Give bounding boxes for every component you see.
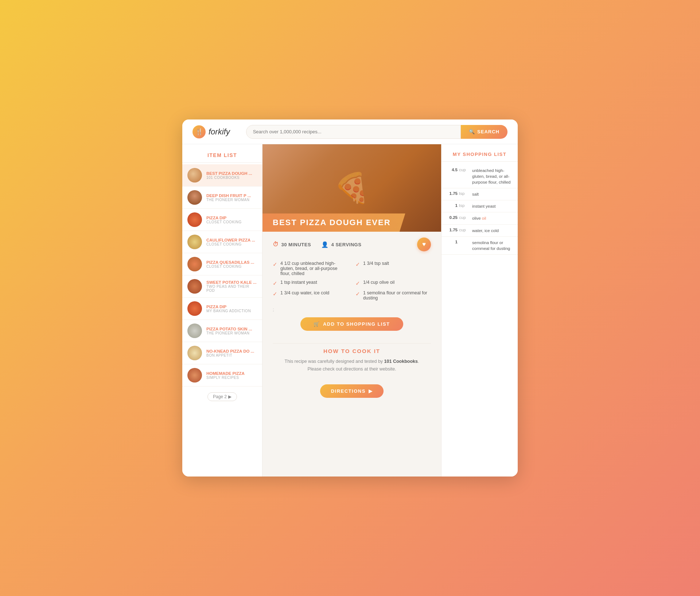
recipe-servings-label: 4 SERVINGS [331, 242, 362, 247]
sidebar-name-5: SWEET POTATO KALE ... [206, 280, 257, 285]
pagination-button[interactable]: Page 2 ▶ [207, 392, 237, 401]
check-icon-2: ✓ [273, 280, 277, 287]
sidebar-item-5[interactable]: SWEET POTATO KALE ... TWO PEAS AND THEIR… [182, 275, 262, 298]
shop-item-4: water, ice cold [472, 228, 514, 234]
ingredient-1: ✓ 1 3/4 tsp salt [355, 261, 431, 276]
heart-icon: ♥ [422, 241, 426, 248]
sidebar-info-0: BEST PIZZA DOUGH ... 101 COOKBOOKS [206, 171, 257, 180]
sidebar-name-6: PIZZA DIP [206, 305, 257, 309]
ingredient-3: ✓ 1/4 cup olive oil [355, 280, 431, 287]
sidebar-item-9[interactable]: HOMEMADE PIZZA SIMPLY RECIPES [182, 364, 262, 387]
pagination: Page 2 ▶ [182, 387, 262, 407]
sidebar-info-3: CAULIFLOWER PIZZA ... CLOSET COOKING [206, 238, 257, 246]
check-icon-3: ✓ [355, 280, 360, 287]
shop-unit-0: cup [459, 168, 472, 172]
shop-unit-3: cup [459, 215, 472, 220]
sidebar-info-1: DEEP DISH FRUIT P ... THE PIONEER WOMAN [206, 193, 257, 202]
search-button[interactable]: 🔍 SEARCH [461, 125, 508, 139]
ingredient-text-1: 1 3/4 tsp salt [363, 261, 389, 266]
shopping-row-3: 0.25 cup olive oil [442, 212, 518, 224]
sidebar-item-1[interactable]: DEEP DISH FRUIT P ... THE PIONEER WOMAN [182, 187, 262, 209]
ingredient-5: ✓ 1 semolina flour or cornmeal for dusti… [355, 290, 431, 301]
directions-arrow-icon: ▶ [369, 388, 373, 394]
sidebar-item-0[interactable]: BEST PIZZA DOUGH ... 101 COOKBOOKS [182, 164, 262, 187]
shopping-panel: MY SHOPPING LIST 4.5 cup unbleached high… [441, 144, 518, 477]
app-container: 🍴 forkify 🔍 SEARCH ITEM LIST BEST PIZZA … [182, 119, 518, 477]
recipe-time-label: 30 MINUTES [281, 242, 311, 247]
directions-button[interactable]: DIRECTIONS ▶ [320, 384, 384, 398]
sidebar-source-3: CLOSET COOKING [206, 242, 257, 246]
shopping-title: MY SHOPPING LIST [442, 144, 518, 162]
recipe-servings: 👤 4 SERVINGS [321, 241, 361, 248]
sidebar-title: ITEM LIST [182, 144, 262, 163]
favorite-button[interactable]: ♥ [417, 238, 431, 251]
note: ; [262, 306, 441, 315]
recipe-meta: ⏱ 30 MINUTES 👤 4 SERVINGS ♥ [262, 232, 441, 257]
shop-item-5: semolina flour or cornmeal for dusting [472, 240, 514, 251]
logo: 🍴 forkify [192, 125, 230, 138]
pagination-arrow-icon: ▶ [228, 394, 232, 399]
sidebar-thumb-2 [187, 212, 202, 227]
search-icon: 🔍 [469, 129, 475, 134]
search-input[interactable] [246, 125, 461, 139]
sidebar-thumb-9 [187, 368, 202, 383]
sidebar-name-1: DEEP DISH FRUIT P ... [206, 193, 257, 198]
check-icon-0: ✓ [273, 261, 277, 268]
shop-unit-2: tsp [459, 203, 472, 208]
sidebar-thumb-6 [187, 301, 202, 316]
shopping-row-5: 1 semolina flour or cornmeal for dusting [442, 237, 518, 255]
sidebar-name-3: CAULIFLOWER PIZZA ... [206, 238, 257, 242]
check-icon-4: ✓ [273, 291, 277, 297]
sidebar-thumb-0 [187, 168, 202, 183]
shopping-list-scroll[interactable]: 4.5 cup unbleached high-gluten, bread, o… [442, 162, 518, 477]
sidebar-source-9: SIMPLY RECIPES [206, 376, 257, 380]
sidebar-item-6[interactable]: PIZZA DIP MY BAKING ADDICTION [182, 298, 262, 320]
shop-unit-4: cup [459, 228, 472, 232]
sidebar-info-7: PIZZA POTATO SKIN ... THE PIONEER WOMAN [206, 327, 257, 335]
sidebar-item-2[interactable]: PIZZA DIP CLOSET COOKING [182, 209, 262, 231]
sidebar-item-8[interactable]: NO-KNEAD PIZZA DO ... BON APPETIT [182, 342, 262, 364]
shop-qty-5: 1 [445, 240, 459, 244]
sidebar-source-6: MY BAKING ADDICTION [206, 309, 257, 313]
how-to-text2: . [418, 359, 419, 364]
sidebar-source-4: CLOSET COOKING [206, 264, 257, 268]
ingredient-text-5: 1 semolina flour or cornmeal for dusting [363, 290, 431, 301]
sidebar-item-7[interactable]: PIZZA POTATO SKIN ... THE PIONEER WOMAN [182, 320, 262, 342]
shop-qty-1: 1.75 [445, 191, 459, 196]
sidebar-thumb-8 [187, 346, 202, 360]
sidebar-info-6: PIZZA DIP MY BAKING ADDICTION [206, 305, 257, 313]
sidebar-name-8: NO-KNEAD PIZZA DO ... [206, 349, 257, 353]
sidebar-info-5: SWEET POTATO KALE ... TWO PEAS AND THEIR… [206, 280, 257, 293]
sidebar-source-8: BON APPETIT [206, 353, 257, 357]
sidebar-source-5: TWO PEAS AND THEIR POD [206, 285, 257, 293]
shop-unit-1: tsp [459, 191, 472, 196]
separator-1 [273, 343, 431, 344]
sidebar-item-4[interactable]: PIZZA QUESADILLAS ... CLOSET COOKING [182, 253, 262, 275]
how-to-text3: Please check out directions at their web… [307, 366, 396, 372]
ingredient-0: ✓ 4 1/2 cup unbleached high-gluten, brea… [273, 261, 348, 276]
recipe-hero: 🍕 BEST PIZZA DOUGH EVER [262, 144, 441, 232]
shop-qty-3: 0.25 [445, 215, 459, 220]
sidebar-item-3[interactable]: CAULIFLOWER PIZZA ... CLOSET COOKING [182, 231, 262, 253]
shop-qty-2: 1 [445, 203, 459, 208]
how-to-description: This recipe was carefully designed and t… [262, 358, 441, 373]
logo-icon: 🍴 [192, 125, 206, 138]
ingredient-text-4: 1 3/4 cup water, ice cold [280, 290, 329, 295]
search-bar: 🔍 SEARCH [246, 125, 508, 139]
directions-label: DIRECTIONS [331, 388, 366, 394]
sidebar-thumb-3 [187, 235, 202, 249]
shop-item-link-3[interactable]: oil [482, 216, 486, 220]
how-to-title: HOW TO COOK IT [262, 348, 441, 354]
logo-text: forkify [209, 127, 230, 137]
sidebar-name-4: PIZZA QUESADILLAS ... [206, 260, 257, 264]
recipe-title-overlay: BEST PIZZA DOUGH EVER [262, 213, 405, 232]
add-to-list-label: ADD TO SHOPPING LIST [323, 321, 390, 327]
servings-icon: 👤 [321, 241, 329, 248]
shopping-row-4: 1.75 cup water, ice cold [442, 225, 518, 237]
cart-icon: 🛒 [314, 321, 320, 327]
sidebar-source-1: THE PIONEER WOMAN [206, 198, 257, 202]
sidebar-name-7: PIZZA POTATO SKIN ... [206, 327, 257, 331]
sidebar-source-7: THE PIONEER WOMAN [206, 331, 257, 335]
check-icon-1: ✓ [355, 261, 360, 268]
add-to-shopping-list-button[interactable]: 🛒 ADD TO SHOPPING LIST [300, 317, 403, 331]
